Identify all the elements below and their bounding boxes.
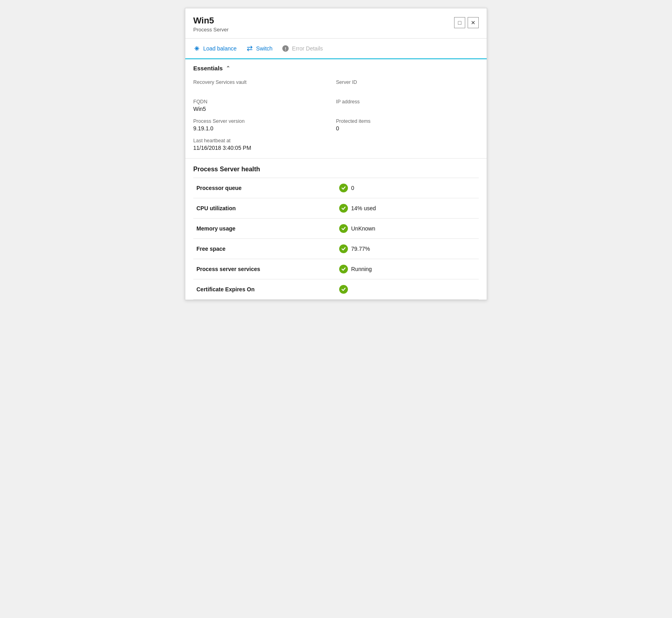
essentials-item-server-id: Server ID <box>336 76 479 95</box>
panel: Win5 Process Server □ ✕ Load balance <box>185 8 487 300</box>
essentials-item-ip: IP address <box>336 95 479 114</box>
health-row: Process server servicesRunning <box>193 259 479 279</box>
health-row-value: 79.77% <box>336 239 479 259</box>
essentials-item-protected: Protected items 0 <box>336 114 479 134</box>
error-details-button[interactable]: ! Error Details <box>282 39 329 58</box>
minimize-button[interactable]: □ <box>454 17 465 28</box>
switch-button[interactable]: Switch <box>246 39 279 58</box>
health-row: Certificate Expires On <box>193 279 479 300</box>
toolbar: Load balance Switch ! Error Details <box>185 39 487 59</box>
load-balance-icon <box>193 45 200 52</box>
health-table: Processor queue0CPU utilization14% usedM… <box>193 178 479 300</box>
error-details-icon: ! <box>282 45 289 52</box>
essentials-title-row[interactable]: Essentials ⌃ <box>193 65 479 72</box>
panel-subtitle: Process Server <box>193 27 229 33</box>
svg-text:!: ! <box>285 46 286 51</box>
health-row-value: Running <box>336 259 479 279</box>
essentials-item-recovery-vault: Recovery Services vault <box>193 76 336 95</box>
health-row-label: Process server services <box>193 259 336 279</box>
panel-title: Win5 <box>193 15 229 26</box>
essentials-label-version: Process Server version <box>193 118 336 124</box>
title-block: Win5 Process Server <box>193 15 229 33</box>
essentials-label-ip: IP address <box>336 99 479 105</box>
essentials-value-protected: 0 <box>336 125 479 132</box>
essentials-item-heartbeat: Last heartbeat at 11/16/2018 3:40:05 PM <box>193 134 336 153</box>
essentials-label-heartbeat: Last heartbeat at <box>193 138 336 143</box>
check-icon <box>339 285 348 294</box>
essentials-value-fqdn: Win5 <box>193 106 336 112</box>
check-icon <box>339 224 348 233</box>
check-icon <box>339 244 348 253</box>
switch-label: Switch <box>256 45 272 52</box>
essentials-label-recovery-vault: Recovery Services vault <box>193 79 336 85</box>
health-row: Memory usageUnKnown <box>193 219 479 239</box>
check-icon <box>339 265 348 273</box>
essentials-value-version: 9.19.1.0 <box>193 125 336 132</box>
switch-icon <box>246 45 253 52</box>
health-row-label: Certificate Expires On <box>193 279 336 300</box>
health-row-value <box>336 279 479 300</box>
health-row-value: UnKnown <box>336 219 479 239</box>
close-button[interactable]: ✕ <box>468 17 479 28</box>
health-row-label: Memory usage <box>193 219 336 239</box>
essentials-value-server-id <box>336 86 479 93</box>
error-details-label: Error Details <box>292 45 323 52</box>
essentials-label-protected: Protected items <box>336 118 479 124</box>
essentials-label-fqdn: FQDN <box>193 99 336 105</box>
panel-controls: □ ✕ <box>454 17 479 28</box>
load-balance-label: Load balance <box>203 45 237 52</box>
health-row-label: Free space <box>193 239 336 259</box>
health-row-label: CPU utilization <box>193 198 336 219</box>
check-icon <box>339 184 348 192</box>
essentials-section: Essentials ⌃ Recovery Services vault Ser… <box>185 59 487 159</box>
health-row-value: 0 <box>336 178 479 198</box>
essentials-value-recovery-vault <box>193 86 336 93</box>
health-row: Free space79.77% <box>193 239 479 259</box>
load-balance-button[interactable]: Load balance <box>193 39 243 58</box>
panel-header: Win5 Process Server □ ✕ <box>185 8 487 39</box>
health-title: Process Server health <box>193 166 479 173</box>
health-row: CPU utilization14% used <box>193 198 479 219</box>
health-row-value: 14% used <box>336 198 479 219</box>
health-row-label: Processor queue <box>193 178 336 198</box>
chevron-up-icon: ⌃ <box>226 65 230 71</box>
essentials-label-server-id: Server ID <box>336 79 479 85</box>
essentials-value-ip <box>336 106 479 112</box>
essentials-item-version: Process Server version 9.19.1.0 <box>193 114 336 134</box>
essentials-value-heartbeat: 11/16/2018 3:40:05 PM <box>193 145 336 151</box>
essentials-title: Essentials <box>193 65 223 72</box>
check-icon <box>339 204 348 213</box>
health-row: Processor queue0 <box>193 178 479 198</box>
essentials-grid: Recovery Services vault Server ID FQDN W… <box>193 72 479 153</box>
essentials-item-fqdn: FQDN Win5 <box>193 95 336 114</box>
health-section: Process Server health Processor queue0CP… <box>185 159 487 300</box>
